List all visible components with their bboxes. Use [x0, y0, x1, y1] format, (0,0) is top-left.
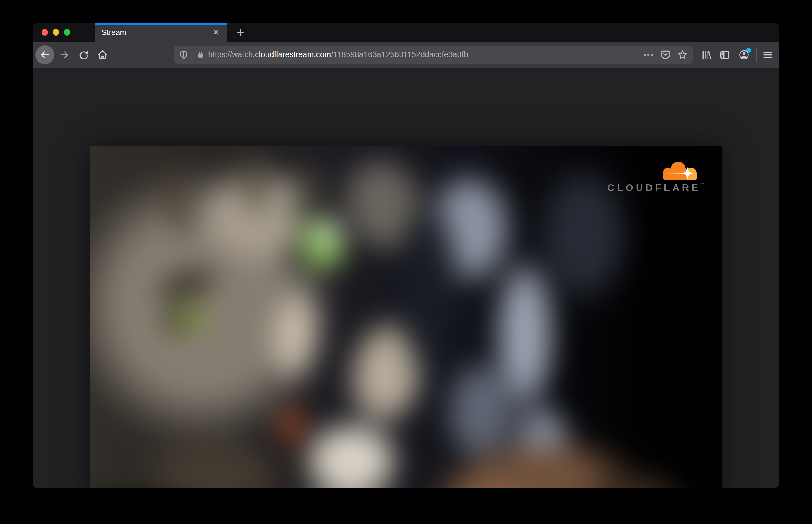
- url-domain: cloudflarestream.com: [255, 50, 331, 59]
- back-icon: [39, 49, 51, 61]
- reload-icon: [78, 49, 90, 61]
- page-actions-icon[interactable]: •••: [644, 51, 654, 59]
- library-icon: [701, 49, 713, 61]
- tab-stream[interactable]: Stream ✕: [95, 23, 227, 42]
- video-player[interactable]: CLOUDFLARE™: [90, 146, 721, 488]
- cloudflare-wordmark: CLOUDFLARE™: [607, 182, 704, 193]
- tab-title: Stream: [101, 23, 126, 42]
- cloudflare-watermark: CLOUDFLARE™: [607, 159, 704, 195]
- pocket-icon[interactable]: [660, 49, 671, 61]
- home-button[interactable]: [97, 42, 108, 68]
- urlbar-divider: [192, 49, 192, 60]
- url-text[interactable]: https://watch.cloudflarestream.com/11859…: [208, 50, 638, 59]
- zoom-window-button[interactable]: [64, 29, 70, 36]
- new-tab-button[interactable]: +: [227, 23, 253, 42]
- browser-window: Stream ✕ +: [33, 23, 779, 488]
- forward-icon: [59, 49, 70, 61]
- account-button[interactable]: [738, 42, 750, 68]
- navigation-toolbar: https://watch.cloudflarestream.com/11859…: [33, 42, 779, 68]
- library-button[interactable]: [701, 42, 713, 68]
- url-path: /118598a163a125631152ddaccfe3a0fb: [331, 50, 468, 59]
- back-button[interactable]: [35, 42, 54, 68]
- window-controls: [42, 23, 70, 42]
- reload-button[interactable]: [78, 42, 90, 68]
- desktop: { "window": { "tab": { "title": "Stream"…: [0, 0, 812, 524]
- cloudflare-cloud-icon: [654, 159, 700, 182]
- sidebar-button[interactable]: [719, 42, 731, 68]
- lock-icon: [196, 50, 205, 60]
- url-bar[interactable]: https://watch.cloudflarestream.com/11859…: [174, 46, 693, 64]
- tab-close-icon[interactable]: ✕: [210, 23, 222, 42]
- tab-bar: Stream ✕ +: [33, 23, 779, 42]
- sidebar-icon: [719, 49, 731, 61]
- tracking-protection-shield-icon[interactable]: [179, 50, 189, 60]
- trademark-mark: ™: [701, 182, 704, 187]
- home-icon: [97, 49, 108, 61]
- hamburger-menu-icon: [762, 49, 774, 61]
- toolbar-divider: [756, 48, 757, 62]
- urlbar-actions: •••: [644, 49, 688, 61]
- minimize-window-button[interactable]: [53, 29, 59, 36]
- account-notification-dot: [746, 48, 751, 53]
- bookmark-star-icon[interactable]: [677, 49, 688, 61]
- back-button-circle: [35, 45, 54, 64]
- menu-button[interactable]: [762, 42, 774, 68]
- forward-button[interactable]: [59, 42, 70, 68]
- page-content: CLOUDFLARE™: [33, 68, 779, 488]
- close-window-button[interactable]: [42, 29, 48, 36]
- blurred-cat-video-frame: [90, 146, 721, 488]
- url-scheme-host: https://watch.: [208, 50, 255, 59]
